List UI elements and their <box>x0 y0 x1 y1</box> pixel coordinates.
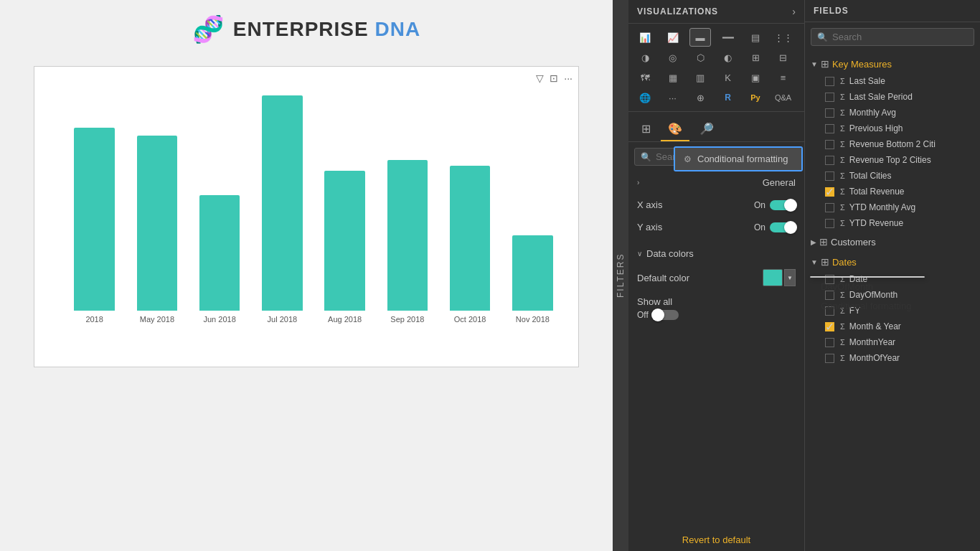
fields-search-box[interactable]: 🔍 <box>811 28 974 46</box>
field-measure-icon: Σ <box>840 77 845 85</box>
bar[interactable] <box>199 195 240 311</box>
yaxis-switch[interactable] <box>770 222 796 232</box>
list-item[interactable]: ΣLast Sale Period <box>805 89 980 105</box>
revert-default-button[interactable]: Revert to default <box>628 529 804 551</box>
general-label: General <box>763 177 796 188</box>
list-item[interactable]: ΣLast Sale <box>805 73 980 89</box>
list-item[interactable]: ✓ΣTotal Revenue <box>805 184 980 199</box>
bar[interactable] <box>74 128 115 311</box>
viz-column-icon[interactable]: 📈 <box>662 28 684 47</box>
fields-search-input[interactable] <box>832 32 968 42</box>
list-item[interactable]: ✓ΣMonth & Year <box>805 319 980 334</box>
default-color-label: Default color <box>637 273 689 283</box>
viz-matrix-icon[interactable]: ⊟ <box>773 48 794 67</box>
context-menu-cond-format[interactable]: Conditional formatting <box>811 296 924 316</box>
field-group-header[interactable]: ▼⊞Dates <box>805 253 980 271</box>
bar[interactable] <box>512 235 553 311</box>
viz-scatter-icon[interactable]: ⋮⋮ <box>773 28 794 47</box>
viz-gauge-icon[interactable]: ◐ <box>717 48 739 67</box>
list-item[interactable]: ΣMonthnYear <box>805 334 980 350</box>
field-checkbox[interactable] <box>825 203 834 212</box>
show-all-row: Show all Off <box>628 291 804 326</box>
bar[interactable] <box>137 136 178 311</box>
filters-label: FILTERS <box>616 253 626 298</box>
field-checkbox[interactable] <box>825 140 834 149</box>
chart-toolbar: ▽ ⊡ ··· <box>536 72 573 84</box>
viz-qa-icon[interactable]: Q&A <box>773 88 794 107</box>
field-group-table-icon: ⊞ <box>819 236 828 248</box>
viz-r-icon[interactable]: R <box>717 88 739 107</box>
field-group-header[interactable]: ▶⊞Customers <box>805 232 980 251</box>
viz-line-icon[interactable]: ━━ <box>717 28 739 47</box>
field-checkbox[interactable] <box>825 338 834 347</box>
list-item[interactable]: ΣMonthOfYear <box>805 350 980 366</box>
viz-tab-analytics[interactable]: 🔎 <box>692 118 721 141</box>
field-checkbox[interactable] <box>825 77 834 86</box>
list-item[interactable]: ΣYTD Revenue <box>805 215 980 231</box>
bar[interactable] <box>262 95 303 311</box>
list-item[interactable]: ΣRevenue Bottom 2 Citi <box>805 136 980 152</box>
field-checkbox[interactable] <box>825 171 834 181</box>
field-checkbox[interactable] <box>825 219 834 228</box>
viz-more-icon[interactable]: ··· <box>662 88 684 107</box>
viz-tab-fields[interactable]: ⊞ <box>634 118 658 141</box>
field-measure-icon: Σ <box>840 203 845 212</box>
more-icon[interactable]: ··· <box>564 72 573 84</box>
show-all-toggle[interactable]: Off <box>637 310 796 320</box>
viz-stacked-icon[interactable]: ▬ <box>689 28 711 47</box>
viz-slicer-icon[interactable]: ≡ <box>773 68 794 87</box>
bar[interactable] <box>324 171 365 311</box>
list-item[interactable]: ΣMonthly Avg <box>805 105 980 121</box>
viz-area-icon[interactable]: ▤ <box>745 28 766 47</box>
field-checkbox[interactable] <box>825 156 834 165</box>
viz-funnel-icon[interactable]: ⬡ <box>689 48 711 67</box>
fields-search-icon: 🔍 <box>817 32 828 42</box>
viz-kpi-icon[interactable]: K <box>717 68 739 87</box>
field-checkbox[interactable] <box>825 354 834 363</box>
viz-waterfall-icon[interactable]: ▥ <box>689 68 711 87</box>
bar-group: Aug 2018 <box>314 88 376 324</box>
list-item[interactable]: ΣRevenue Top 2 Cities <box>805 152 980 168</box>
viz-treemap-icon[interactable]: ▦ <box>662 68 684 87</box>
viz-panel-arrow[interactable]: › <box>792 6 796 17</box>
field-checkbox[interactable]: ✓ <box>825 187 834 197</box>
yaxis-toggle[interactable]: On <box>754 222 796 232</box>
field-name: YTD Revenue <box>849 218 903 228</box>
general-section[interactable]: › General <box>628 171 804 194</box>
show-all-switch[interactable] <box>653 310 679 320</box>
viz-tab-format[interactable]: 🎨 <box>661 118 689 141</box>
bar[interactable] <box>450 166 491 311</box>
viz-donut-icon[interactable]: ◎ <box>662 48 684 67</box>
xaxis-switch[interactable] <box>770 200 796 210</box>
color-dropdown-button[interactable]: ▼ <box>784 269 796 286</box>
field-checkbox[interactable]: ✓ <box>825 322 834 331</box>
color-swatch-container[interactable]: ▼ <box>763 269 796 286</box>
viz-pie-icon[interactable]: ◑ <box>634 48 656 67</box>
list-item[interactable]: ΣYTD Monthly Avg <box>805 199 980 215</box>
viz-table-icon[interactable]: ⊞ <box>745 48 766 67</box>
field-group-header[interactable]: ▼⊞Key Measures <box>805 55 980 73</box>
viz-custom1-icon[interactable]: ⊕ <box>689 88 711 107</box>
bar[interactable] <box>387 160 428 311</box>
list-item[interactable]: ΣTotal Cities <box>805 168 980 184</box>
filters-bar: FILTERS <box>613 0 628 551</box>
field-name: MonthOfYear <box>849 353 900 363</box>
viz-map-icon[interactable]: 🗺 <box>634 68 656 87</box>
data-colors-header[interactable]: ∨ Data colors <box>628 242 804 265</box>
field-checkbox[interactable] <box>825 124 834 133</box>
focus-icon[interactable]: ⊡ <box>550 72 558 84</box>
list-item[interactable]: ΣPrevious High <box>805 121 980 136</box>
logo-enterprise: ENTERPRISE <box>233 18 369 40</box>
viz-card-icon[interactable]: ▣ <box>745 68 766 87</box>
bar-group: Jun 2018 <box>189 88 251 324</box>
viz-py-icon[interactable]: Py <box>745 88 766 107</box>
filter-icon[interactable]: ▽ <box>536 72 544 84</box>
context-menu-dayofmonth[interactable]: DayOfMonth <box>811 277 924 296</box>
viz-globe-icon[interactable]: 🌐 <box>634 88 656 107</box>
color-swatch[interactable] <box>763 269 783 286</box>
field-checkbox[interactable] <box>825 108 834 118</box>
xaxis-toggle[interactable]: On <box>754 200 796 210</box>
cond-format-button[interactable]: ⚙ Conditional formatting <box>675 148 801 170</box>
field-checkbox[interactable] <box>825 93 834 102</box>
viz-bar-icon[interactable]: 📊 <box>634 28 656 47</box>
